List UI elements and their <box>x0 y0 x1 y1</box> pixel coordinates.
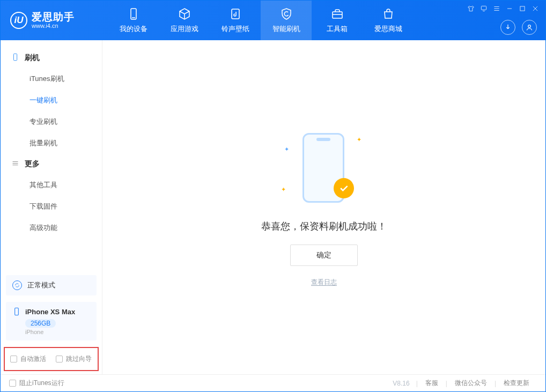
sidebar-item-download-firmware[interactable]: 下载固件 <box>1 196 102 217</box>
tab-label: 应用游戏 <box>171 24 198 34</box>
sidebar-item-itunes-flash[interactable]: iTunes刷机 <box>1 68 102 90</box>
tab-my-device[interactable]: 我的设备 <box>108 1 159 40</box>
device-icon <box>127 7 141 21</box>
shirt-icon[interactable] <box>467 5 475 12</box>
device-phone-icon <box>12 307 21 316</box>
app-url: www.i4.cn <box>32 23 75 29</box>
version-label: V8.16 <box>393 380 409 387</box>
cube-icon <box>178 7 191 21</box>
tab-apps-games[interactable]: 应用游戏 <box>159 1 210 40</box>
svg-point-12 <box>528 25 531 28</box>
checkbox-label: 自动激活 <box>20 354 46 364</box>
tab-label: 我的设备 <box>120 24 147 34</box>
device-card[interactable]: iPhone XS Max 256GB iPhone <box>6 302 97 341</box>
download-button[interactable] <box>500 20 515 35</box>
sidebar: 刷机 iTunes刷机 一键刷机 专业刷机 批量刷机 更多 其他工具 下载固件 … <box>1 40 102 374</box>
checkbox-block-itunes[interactable]: 阻止iTunes运行 <box>9 379 64 388</box>
tab-ringtones-wallpapers[interactable]: 铃声壁纸 <box>210 1 261 40</box>
section-more: 更多 <box>1 154 102 174</box>
logo-area: iU 爱思助手 www.i4.cn <box>1 12 108 29</box>
titlebar-circle-buttons <box>500 20 537 35</box>
device-type: iPhone <box>25 329 90 335</box>
section-title: 刷机 <box>25 53 40 63</box>
sidebar-item-pro-flash[interactable]: 专业刷机 <box>1 111 102 132</box>
tab-toolbox[interactable]: 工具箱 <box>312 1 363 40</box>
list-icon <box>11 159 19 169</box>
section-title: 更多 <box>25 159 40 169</box>
sidebar-item-other-tools[interactable]: 其他工具 <box>1 174 102 196</box>
logo-text: 爱思助手 www.i4.cn <box>32 12 75 29</box>
mode-label: 正常模式 <box>27 280 55 290</box>
svg-rect-9 <box>520 6 525 11</box>
main-content: ✦ ✦ ✦ 恭喜您，保资料刷机成功啦！ 确定 查看日志 <box>102 40 545 374</box>
link-wechat[interactable]: 微信公众号 <box>447 379 495 388</box>
svg-rect-4 <box>481 6 486 10</box>
tab-smart-flash[interactable]: 智能刷机 <box>261 1 312 40</box>
checkbox-icon <box>9 380 16 387</box>
svg-rect-17 <box>15 308 19 315</box>
shopping-bag-icon <box>381 7 395 21</box>
tab-label: 爱思商城 <box>374 24 402 34</box>
checkbox-icon <box>10 356 17 363</box>
sparkle-icon: ✦ <box>281 186 286 193</box>
view-log-link[interactable]: 查看日志 <box>311 278 337 287</box>
tab-store[interactable]: 爱思商城 <box>363 1 414 40</box>
device-storage-badge: 256GB <box>25 319 56 328</box>
svg-rect-3 <box>333 12 342 18</box>
checkbox-skip-guide[interactable]: 跳过向导 <box>56 354 92 364</box>
phone-icon <box>11 53 19 63</box>
success-illustration: ✦ ✦ ✦ <box>276 128 372 208</box>
svg-rect-13 <box>13 54 17 61</box>
sparkle-icon: ✦ <box>284 146 289 153</box>
menu-icon[interactable] <box>493 5 500 12</box>
user-button[interactable] <box>522 20 537 35</box>
app-window: iU 爱思助手 www.i4.cn 我的设备 应用游戏 铃声壁纸 智能刷机 <box>0 0 546 392</box>
toolbox-icon <box>330 7 344 21</box>
shield-refresh-icon <box>279 7 293 21</box>
tab-label: 工具箱 <box>327 24 348 34</box>
checkbox-auto-activate[interactable]: 自动激活 <box>10 354 46 364</box>
feedback-icon[interactable] <box>480 5 488 12</box>
checkbox-label: 跳过向导 <box>66 354 92 364</box>
close-icon[interactable] <box>532 5 539 12</box>
sidebar-item-oneclick-flash[interactable]: 一键刷机 <box>1 90 102 111</box>
bottom-options-highlight: 自动激活 跳过向导 <box>4 347 99 371</box>
checkmark-badge-icon <box>334 178 354 198</box>
minimize-icon[interactable] <box>506 5 513 12</box>
titlebar: iU 爱思助手 www.i4.cn 我的设备 应用游戏 铃声壁纸 智能刷机 <box>1 1 545 40</box>
section-flash: 刷机 <box>1 48 102 68</box>
app-name: 爱思助手 <box>32 12 75 23</box>
checkbox-icon <box>56 356 63 363</box>
svg-rect-2 <box>232 9 239 19</box>
sidebar-item-advanced[interactable]: 高级功能 <box>1 217 102 239</box>
mode-card[interactable]: 正常模式 <box>6 275 97 295</box>
music-file-icon <box>228 7 242 21</box>
body: 刷机 iTunes刷机 一键刷机 专业刷机 批量刷机 更多 其他工具 下载固件 … <box>1 40 545 374</box>
device-name: iPhone XS Max <box>25 308 75 316</box>
link-service[interactable]: 客服 <box>418 379 446 388</box>
main-tabs: 我的设备 应用游戏 铃声壁纸 智能刷机 工具箱 爱思商城 <box>108 1 414 40</box>
sidebar-item-batch-flash[interactable]: 批量刷机 <box>1 132 102 154</box>
ok-button[interactable]: 确定 <box>290 245 358 266</box>
logo-icon: iU <box>10 12 27 29</box>
tab-label: 智能刷机 <box>272 24 300 34</box>
success-message: 恭喜您，保资料刷机成功啦！ <box>261 220 387 233</box>
checkbox-label: 阻止iTunes运行 <box>19 379 64 388</box>
maximize-icon[interactable] <box>519 5 526 12</box>
refresh-icon <box>12 280 22 290</box>
sparkle-icon: ✦ <box>357 136 361 143</box>
statusbar: 阻止iTunes运行 V8.16 | 客服 | 微信公众号 | 检查更新 <box>1 374 545 391</box>
tab-label: 铃声壁纸 <box>222 24 249 34</box>
window-controls <box>467 5 539 12</box>
sidebar-nav: 刷机 iTunes刷机 一键刷机 专业刷机 批量刷机 更多 其他工具 下载固件 … <box>1 40 102 272</box>
link-check-update[interactable]: 检查更新 <box>496 379 537 388</box>
